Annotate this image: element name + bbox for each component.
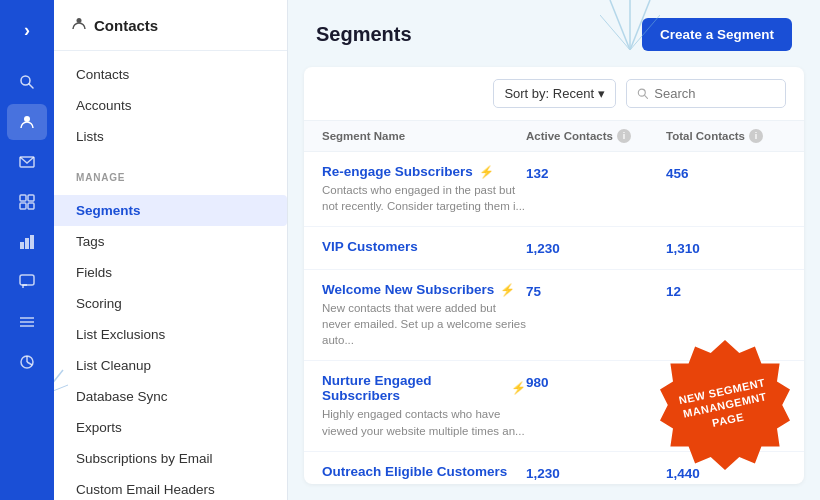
sidebar-contacts-button[interactable] [7, 104, 47, 140]
svg-line-21 [630, 15, 660, 50]
segment-active-count: 1,230 [526, 464, 666, 481]
sidebar-list-button[interactable] [7, 304, 47, 340]
sidebar-grid-button[interactable] [7, 184, 47, 220]
col-segment-name: Segment Name [322, 129, 526, 143]
nav-header-icon [72, 16, 86, 34]
segment-active-count: 132 [526, 164, 666, 181]
col-active-contacts: Active Contacts i [526, 129, 666, 143]
sidebar-piechart-button[interactable] [7, 344, 47, 380]
svg-rect-7 [28, 203, 34, 209]
svg-rect-11 [20, 275, 34, 285]
starburst: NEW SEGMENT MANANGEMNT PAGE [660, 340, 790, 470]
nav-section-manage: MANAGE [54, 160, 287, 187]
svg-line-1 [29, 84, 33, 88]
table-row: VIP Customers 1,230 1,310 [304, 227, 804, 270]
create-segment-button[interactable]: Create a Segment [642, 18, 792, 51]
deco-top-right [600, 0, 660, 50]
svg-line-23 [645, 96, 648, 99]
col-total-contacts: Total Contacts i [666, 129, 786, 143]
nav-item-custom-email-headers[interactable]: Custom Email Headers [54, 474, 287, 500]
nav-item-accounts[interactable]: Accounts [54, 90, 287, 121]
svg-point-2 [24, 116, 30, 122]
svg-line-17 [610, 0, 630, 50]
nav-item-segments[interactable]: Segments [54, 195, 287, 226]
nav-item-contacts[interactable]: Contacts [54, 59, 287, 90]
bolt-icon: ⚡ [479, 165, 494, 179]
sort-label: Sort by: Recent [504, 86, 594, 101]
segment-active-count: 980 [526, 373, 666, 390]
sidebar-email-button[interactable] [7, 144, 47, 180]
search-input[interactable] [654, 86, 775, 101]
sidebar-search-button[interactable] [7, 64, 47, 100]
segment-name-link[interactable]: Outreach Eligible Customers [322, 464, 526, 479]
nav-item-database-sync[interactable]: Database Sync [54, 381, 287, 412]
page-title: Segments [316, 23, 412, 46]
segment-cell-name: Nurture Engaged Subscribers ⚡ Highly eng… [322, 373, 526, 438]
sidebar-chat-button[interactable] [7, 264, 47, 300]
svg-rect-8 [20, 242, 24, 249]
segment-name-link[interactable]: Nurture Engaged Subscribers ⚡ [322, 373, 526, 403]
segment-cell-name: Re-engage Subscribers ⚡ Contacts who eng… [322, 164, 526, 214]
svg-line-19 [630, 0, 650, 50]
segment-name-link[interactable]: Welcome New Subscribers ⚡ [322, 282, 526, 297]
table-header: Segment Name Active Contacts i Total Con… [304, 121, 804, 152]
segment-cell-name: Welcome New Subscribers ⚡ New contacts t… [322, 282, 526, 348]
starburst-badge: NEW SEGMENT MANANGEMNT PAGE [660, 340, 790, 470]
chevron-down-icon: ▾ [598, 86, 605, 101]
nav-header-title: Contacts [94, 17, 158, 34]
nav-item-lists[interactable]: Lists [54, 121, 287, 152]
search-icon [637, 87, 648, 100]
search-box [626, 79, 786, 108]
svg-point-22 [638, 89, 645, 96]
bolt-icon: ⚡ [500, 283, 515, 297]
nav-item-tags[interactable]: Tags [54, 226, 287, 257]
svg-rect-10 [30, 235, 34, 249]
table-row: Re-engage Subscribers ⚡ Contacts who eng… [304, 152, 804, 227]
nav-sidebar: Contacts Contacts Accounts Lists MANAGE … [54, 0, 288, 500]
segment-total-count: 12 [666, 282, 786, 299]
nav-top-items: Contacts Accounts Lists [54, 51, 287, 160]
nav-item-list-exclusions[interactable]: List Exclusions [54, 319, 287, 350]
segment-active-count: 1,230 [526, 239, 666, 256]
nav-item-exports[interactable]: Exports [54, 412, 287, 443]
nav-item-list-cleanup[interactable]: List Cleanup [54, 350, 287, 381]
segment-name-link[interactable]: VIP Customers [322, 239, 526, 254]
svg-rect-6 [20, 203, 26, 209]
sidebar-barchart-button[interactable] [7, 224, 47, 260]
nav-manage-items: Segments Tags Fields Scoring List Exclus… [54, 187, 287, 500]
svg-rect-5 [28, 195, 34, 201]
bolt-icon: ⚡ [511, 381, 526, 395]
toolbar: Sort by: Recent ▾ [304, 67, 804, 121]
segment-total-count: 456 [666, 164, 786, 181]
svg-rect-9 [25, 238, 29, 249]
icon-sidebar: › [0, 0, 54, 500]
segment-cell-name: Outreach Eligible Customers These contac… [322, 464, 526, 484]
nav-item-fields[interactable]: Fields [54, 257, 287, 288]
segment-name-link[interactable]: Re-engage Subscribers ⚡ [322, 164, 526, 179]
segment-active-count: 75 [526, 282, 666, 299]
nav-header: Contacts [54, 0, 287, 51]
nav-item-scoring[interactable]: Scoring [54, 288, 287, 319]
svg-line-20 [600, 15, 630, 50]
segment-cell-name: VIP Customers [322, 239, 526, 257]
sort-dropdown[interactable]: Sort by: Recent ▾ [493, 79, 616, 108]
active-contacts-info-icon[interactable]: i [617, 129, 631, 143]
svg-rect-4 [20, 195, 26, 201]
segment-total-count: 1,310 [666, 239, 786, 256]
nav-item-subscriptions-by-email[interactable]: Subscriptions by Email [54, 443, 287, 474]
sidebar-collapse-button[interactable]: › [7, 12, 47, 48]
main-header: Segments Create a Segment [288, 0, 820, 67]
total-contacts-info-icon[interactable]: i [749, 129, 763, 143]
